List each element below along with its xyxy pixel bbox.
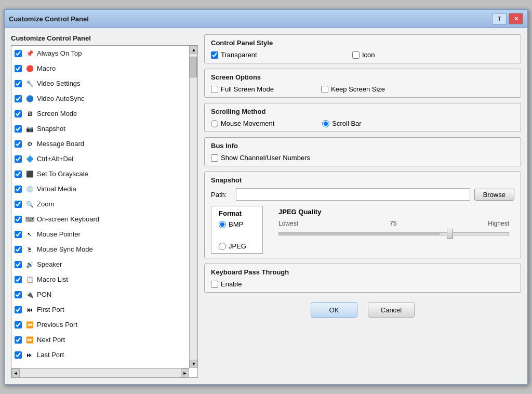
list-item[interactable]: ⌨ On-screen Keyboard xyxy=(11,212,189,227)
item-checkbox-17[interactable] xyxy=(15,306,22,313)
list-item[interactable]: ⏩ Next Port xyxy=(11,332,189,347)
horizontal-scrollbar[interactable]: ◄ ► xyxy=(11,368,189,377)
bmp-radio[interactable] xyxy=(219,221,226,228)
item-checkbox-9[interactable] xyxy=(15,186,22,193)
item-checkbox-5[interactable] xyxy=(15,125,22,133)
scroll-right-btn[interactable]: ► xyxy=(181,369,189,378)
scroll-track-h[interactable] xyxy=(20,369,181,377)
item-checkbox-18[interactable] xyxy=(15,321,22,329)
list-item[interactable]: 🔍 Zoom xyxy=(11,196,189,212)
quality-slider[interactable] xyxy=(278,232,509,235)
scrolling-method-title: Scrolling Method xyxy=(211,108,514,115)
item-checkbox-1[interactable] xyxy=(15,65,22,72)
scroll-down-btn[interactable]: ▼ xyxy=(190,360,198,368)
ok-button[interactable]: OK xyxy=(311,302,357,318)
snapshot-path-row: Path: Browse xyxy=(211,188,514,201)
mouse-movement-label: Mouse Movement xyxy=(221,120,274,127)
enable-checkbox[interactable] xyxy=(211,281,218,288)
list-item[interactable]: 🖱 Mouse Sync Mode xyxy=(11,242,189,257)
show-channel-checkbox[interactable] xyxy=(211,154,218,162)
item-checkbox-19[interactable] xyxy=(15,336,22,344)
icon-checkbox-item[interactable]: Icon xyxy=(352,51,425,59)
keyboard-section: Keyboard Pass Through Enable xyxy=(204,264,521,293)
icon-checkbox[interactable] xyxy=(352,51,360,59)
item-label-0: Always On Top xyxy=(37,49,82,57)
left-panel: Customize Control Panel 📌 Always On Top … xyxy=(11,34,198,378)
list-item[interactable]: 🔧 Video Settings xyxy=(11,76,189,91)
browse-button[interactable]: Browse xyxy=(474,189,514,201)
list-item[interactable]: ⏮ First Port xyxy=(11,302,189,317)
item-label-18: Previous Port xyxy=(37,321,77,329)
list-item[interactable]: 🖥 Screen Mode xyxy=(11,106,189,121)
item-checkbox-6[interactable] xyxy=(15,140,22,148)
item-checkbox-12[interactable] xyxy=(15,231,22,238)
keep-screen-checkbox-item[interactable]: Keep Screen Size xyxy=(321,85,394,93)
item-checkbox-11[interactable] xyxy=(15,216,22,223)
full-screen-checkbox[interactable] xyxy=(211,86,218,93)
item-label-17: First Port xyxy=(37,306,64,313)
mouse-movement-radio[interactable] xyxy=(211,120,218,127)
scroll-track-v[interactable] xyxy=(190,54,197,360)
item-icon-17: ⏮ xyxy=(25,305,34,314)
item-checkbox-16[interactable] xyxy=(15,291,22,298)
cancel-button[interactable]: Cancel xyxy=(368,302,415,318)
vertical-scrollbar[interactable]: ▲ ▼ xyxy=(189,46,197,368)
full-screen-label: Full Screen Mode xyxy=(221,85,274,93)
path-input[interactable] xyxy=(236,188,470,201)
scrolling-method-section: Scrolling Method Mouse Movement Scroll B… xyxy=(204,103,521,132)
title-bar-buttons: T ✕ xyxy=(492,13,523,24)
enable-checkbox-item[interactable]: Enable xyxy=(211,280,514,288)
jpeg-radio-item[interactable]: JPEG xyxy=(219,242,255,250)
item-label-10: Zoom xyxy=(37,200,54,208)
scroll-bar-radio[interactable] xyxy=(322,120,329,127)
item-label-12: Mouse Pointer xyxy=(37,230,81,238)
item-checkbox-14[interactable] xyxy=(15,261,22,268)
item-checkbox-2[interactable] xyxy=(15,80,22,87)
list-item[interactable]: 🔷 Ctrl+Alt+Del xyxy=(11,151,189,166)
list-item[interactable]: ⬛ Set To Grayscale xyxy=(11,166,189,181)
list-item[interactable]: 🔵 Video AutoSync xyxy=(11,91,189,106)
item-icon-4: 🖥 xyxy=(25,109,34,119)
transparent-checkbox-item[interactable]: Transparent xyxy=(211,51,284,59)
full-screen-checkbox-item[interactable]: Full Screen Mode xyxy=(211,85,284,93)
item-checkbox-0[interactable] xyxy=(15,50,22,57)
jpeg-radio[interactable] xyxy=(219,243,226,250)
control-panel-style-title: Control Panel Style xyxy=(211,39,514,47)
item-checkbox-8[interactable] xyxy=(15,170,22,178)
list-item[interactable]: 🔌 PON xyxy=(11,287,189,302)
list-item[interactable]: ⏪ Previous Port xyxy=(11,317,189,332)
show-channel-checkbox-item[interactable]: Show Channel/User Numbers xyxy=(211,154,310,162)
item-checkbox-7[interactable] xyxy=(15,155,22,163)
keep-screen-checkbox[interactable] xyxy=(321,86,328,93)
quality-labels: Lowest 75 Highest xyxy=(278,220,509,227)
item-checkbox-4[interactable] xyxy=(15,110,22,117)
list-item[interactable]: 📋 Macro List xyxy=(11,272,189,287)
title-btn-t[interactable]: T xyxy=(492,13,507,24)
list-item[interactable]: 📌 Always On Top xyxy=(11,46,189,61)
list-item[interactable]: ⏭ Last Port xyxy=(11,347,189,362)
mouse-movement-radio-item[interactable]: Mouse Movement xyxy=(211,120,274,127)
list-item[interactable]: 🔴 Macro xyxy=(11,61,189,76)
list-item[interactable]: 🔊 Speaker xyxy=(11,257,189,272)
item-checkbox-20[interactable] xyxy=(15,351,22,359)
list-item[interactable]: 💿 Virtual Media xyxy=(11,181,189,196)
item-checkbox-3[interactable] xyxy=(15,95,22,102)
snapshot-format-quality: Format BMP JPEG JPEG Quality xyxy=(211,206,514,254)
item-checkbox-13[interactable] xyxy=(15,246,22,253)
bmp-radio-item[interactable]: BMP xyxy=(219,220,255,228)
close-button[interactable]: ✕ xyxy=(509,13,523,24)
transparent-checkbox[interactable] xyxy=(211,51,218,59)
list-item[interactable]: ⚙ Message Board xyxy=(11,136,189,151)
item-icon-3: 🔵 xyxy=(25,94,34,103)
item-checkbox-10[interactable] xyxy=(15,201,22,208)
scroll-left-btn[interactable]: ◄ xyxy=(11,369,20,378)
scroll-bar-radio-item[interactable]: Scroll Bar xyxy=(322,120,361,127)
scroll-thumb-v[interactable] xyxy=(190,57,197,77)
list-item[interactable]: ↖ Mouse Pointer xyxy=(11,227,189,242)
item-checkbox-15[interactable] xyxy=(15,276,22,283)
quality-highest-label: Highest xyxy=(488,220,509,227)
scroll-up-btn[interactable]: ▲ xyxy=(190,46,198,54)
list-item[interactable]: 📷 Snapshot xyxy=(11,121,189,136)
item-label-8: Set To Grayscale xyxy=(37,170,88,178)
show-channel-label: Show Channel/User Numbers xyxy=(221,154,310,162)
